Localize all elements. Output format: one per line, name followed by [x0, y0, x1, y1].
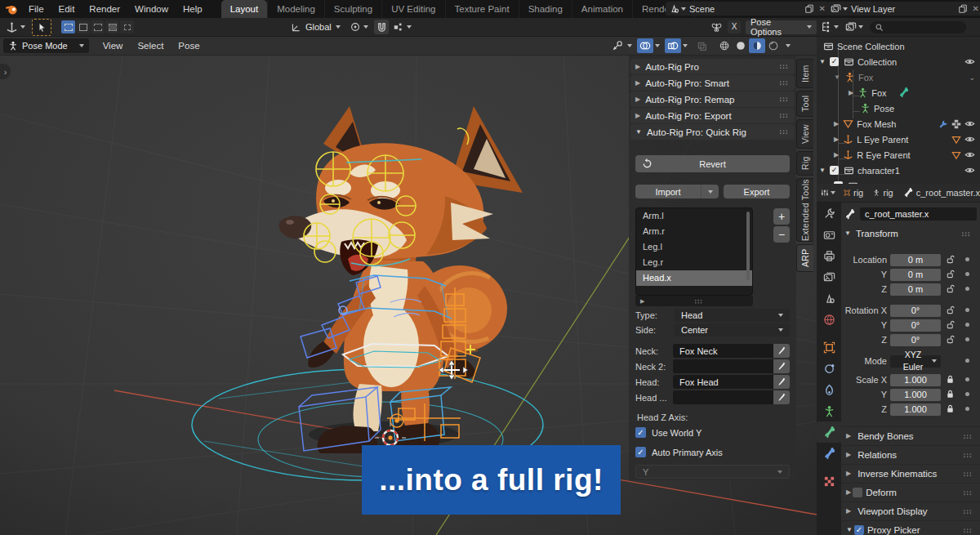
auto-primary-axis-checkbox[interactable]: ✓: [635, 447, 646, 457]
hide-eye-icon[interactable]: [964, 165, 975, 176]
select-mode-invert[interactable]: [105, 20, 119, 33]
animate-dot[interactable]: [965, 407, 969, 411]
scale-x-field[interactable]: 1.000: [890, 374, 941, 386]
list-resize-grip[interactable]: [694, 299, 704, 304]
panel-arp-smart[interactable]: ▶Auto-Rig Pro: Smart: [630, 75, 795, 91]
list-item[interactable]: Leg.r: [636, 255, 752, 270]
list-item[interactable]: Arm.r: [636, 224, 752, 239]
drag-grip-icon[interactable]: [963, 528, 973, 533]
mirror-x-button[interactable]: X: [728, 20, 741, 33]
list-scrollbar[interactable]: [746, 212, 750, 280]
location-y-field[interactable]: 0 m: [890, 269, 941, 281]
menu-help[interactable]: Help: [176, 0, 210, 18]
select-mode-intersect[interactable]: [120, 20, 134, 33]
list-item[interactable]: Arm.l: [636, 208, 752, 224]
sidebar-tab-arp[interactable]: ARP: [796, 244, 813, 272]
menu-view[interactable]: View: [96, 41, 131, 51]
import-button[interactable]: Import: [635, 185, 701, 198]
shading-solid[interactable]: [733, 38, 749, 53]
tab-texture-properties[interactable]: [817, 470, 841, 492]
outliner-display-mode-icon[interactable]: [845, 21, 857, 33]
neck2-eyedropper-button[interactable]: [773, 359, 790, 373]
disclosure-icon[interactable]: ▼: [834, 74, 840, 81]
collection-checkbox[interactable]: ✓: [830, 57, 839, 66]
neck2-field[interactable]: [673, 359, 773, 373]
collection-checkbox[interactable]: ✓: [830, 166, 839, 175]
transform-panel-header[interactable]: ▼ Transform: [844, 229, 977, 239]
animate-dot[interactable]: [965, 323, 969, 327]
drag-grip-icon[interactable]: [779, 129, 790, 135]
hide-eye-icon[interactable]: [964, 118, 975, 129]
rotation-y-field[interactable]: 0°: [890, 319, 941, 332]
list-remove-button[interactable]: −: [773, 226, 790, 243]
tab-render-properties[interactable]: [817, 224, 841, 245]
sidebar-tab-rig[interactable]: Rig: [796, 151, 813, 176]
transform-orientation[interactable]: Global: [291, 22, 341, 33]
drag-grip-icon[interactable]: [779, 113, 790, 118]
tab-physics-properties[interactable]: [817, 358, 841, 379]
deform-checkbox[interactable]: [853, 488, 862, 497]
menu-render[interactable]: Render: [82, 0, 127, 18]
disclosure-icon[interactable]: ▶: [834, 152, 839, 158]
lock-open-icon[interactable]: [946, 320, 955, 329]
tab-bone-constraint-properties[interactable]: [817, 443, 841, 464]
tab-shading[interactable]: Shading: [519, 0, 572, 18]
view-layer-selector[interactable]: View Layer ✕: [827, 2, 980, 16]
outliner-row-fox-mesh[interactable]: ▶ Fox Mesh: [817, 116, 980, 132]
select-mode-subtract[interactable]: [91, 20, 105, 33]
lock-closed-icon[interactable]: [946, 375, 955, 384]
tab-animation[interactable]: Animation: [572, 0, 632, 18]
panel-arp-quick-rig[interactable]: ▼Auto-Rig Pro: Quick Rig: [630, 124, 795, 140]
disclosure-icon[interactable]: ▼: [819, 59, 826, 65]
xray-toggle[interactable]: [665, 38, 681, 53]
drag-grip-icon[interactable]: [961, 231, 972, 237]
hide-eye-icon[interactable]: [964, 149, 975, 160]
drag-grip-icon[interactable]: [963, 471, 973, 477]
tab-sculpting[interactable]: Sculpting: [324, 0, 381, 18]
scene-selector[interactable]: Scene ✕: [666, 2, 829, 16]
neck-eyedropper-button[interactable]: [773, 344, 790, 358]
sidebar-tab-tool[interactable]: Tool: [796, 91, 813, 117]
new-view-layer-icon[interactable]: [958, 4, 968, 14]
tab-uv-editing[interactable]: UV Editing: [381, 0, 444, 18]
tab-scene-properties[interactable]: [817, 288, 841, 309]
panel-arp-remap[interactable]: ▶Auto-Rig Pro: Remap: [630, 91, 795, 107]
rotation-x-field[interactable]: 0°: [890, 305, 941, 317]
drag-grip-icon[interactable]: [779, 64, 790, 69]
tab-texture-paint[interactable]: Texture Paint: [445, 0, 519, 18]
list-expand-icon[interactable]: ▶: [640, 298, 644, 304]
compositor-toggle[interactable]: [693, 38, 710, 53]
breadcrumb-bone[interactable]: c_root_master.x: [916, 188, 980, 198]
outliner-row-pose[interactable]: Pose: [817, 100, 980, 116]
properties-editor-icon[interactable]: [821, 187, 829, 198]
panel-auto-rig-pro[interactable]: ▶ Auto-Rig Pro: [630, 59, 795, 74]
lock-open-icon[interactable]: [946, 335, 955, 344]
head-eyedropper-button[interactable]: [773, 375, 790, 389]
menu-edit[interactable]: Edit: [51, 0, 82, 18]
remove-view-layer-icon[interactable]: ✕: [973, 4, 979, 13]
menu-file[interactable]: File: [21, 0, 51, 18]
sidebar-tab-view[interactable]: View: [796, 119, 813, 149]
use-world-y-checkbox[interactable]: ✓: [635, 427, 646, 438]
tab-constraint-properties[interactable]: [817, 379, 841, 400]
disclosure-icon[interactable]: ▶: [834, 136, 839, 143]
shading-material-preview[interactable]: [749, 38, 765, 53]
proxy-picker-checkbox[interactable]: ✓: [854, 525, 864, 535]
shading-rendered[interactable]: [765, 38, 782, 53]
tab-layout[interactable]: Layout: [221, 0, 268, 18]
animate-dot[interactable]: [965, 359, 969, 363]
animate-dot[interactable]: [965, 337, 969, 341]
menu-window[interactable]: Window: [127, 0, 176, 18]
drag-grip-icon[interactable]: [779, 80, 790, 86]
tab-output-properties[interactable]: [817, 245, 841, 266]
tab-world-properties[interactable]: [817, 309, 841, 330]
location-z-field[interactable]: 0 m: [890, 283, 941, 296]
outliner-row-scene-collection[interactable]: Scene Collection: [817, 38, 980, 54]
show-gizmo-toggle[interactable]: [609, 38, 626, 53]
animate-dot[interactable]: [965, 377, 969, 381]
outliner-row-clipped[interactable]: [817, 178, 980, 184]
export-button[interactable]: Export: [724, 185, 790, 198]
drag-grip-icon[interactable]: [963, 490, 973, 496]
breadcrumb-object[interactable]: rig: [853, 188, 863, 198]
tab-bone-properties[interactable]: [817, 421, 841, 443]
